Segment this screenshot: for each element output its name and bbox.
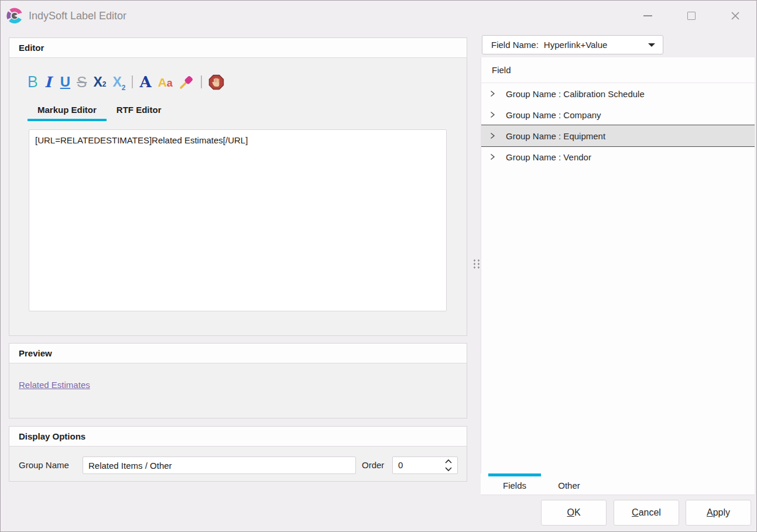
minimize-icon [643,15,652,16]
preview-hyperlink[interactable]: Related Estimates [19,380,90,390]
preview-panel-title: Preview [9,344,467,363]
splitter-handle[interactable] [472,258,480,269]
tree-row-equipment[interactable]: Group Name : Equipment [481,125,755,147]
minimize-button[interactable] [638,1,657,31]
order-stepper[interactable]: 0 [392,457,458,474]
tab-markup-editor[interactable]: Markup Editor [28,100,107,121]
indysoft-logo-icon [6,8,23,24]
field-list: Field Group Name : Calibration Schedule … [481,57,755,473]
tab-other[interactable]: Other [548,473,590,495]
ok-button[interactable]: OK [541,500,607,526]
indysoft-label-editor-window: IndySoft Label Editor Editor B I U S X2 … [0,0,757,532]
tab-fields[interactable]: Fields [488,473,541,495]
group-name-label: Group Name [19,460,69,470]
maximize-button[interactable] [681,1,701,31]
group-name-input[interactable] [83,457,356,474]
formatting-toolbar: B I U S X2 X2 A Aa [28,72,224,92]
field-name-dropdown-text: Field Name:Hyperlink+Value [491,36,607,54]
order-label: Order [362,460,384,470]
tree-row-vendor[interactable]: Group Name : Vendor [481,146,755,167]
display-options-panel-title: Display Options [9,427,467,447]
chevron-down-icon [444,466,453,472]
chevron-up-icon [444,459,453,464]
highlight-brush-icon[interactable] [179,74,194,90]
field-name-label: Field Name: [491,40,539,50]
editor-panel-title: Editor [9,38,467,58]
maximize-icon [687,12,696,20]
apply-button[interactable]: Apply [686,500,751,526]
editor-panel: Editor B I U S X2 X2 A Aa [9,37,467,336]
editor-tab-bar: Markup Editor RTF Editor [28,100,172,121]
bold-icon[interactable]: B [28,74,38,90]
stop-hand-icon[interactable] [208,74,224,90]
tab-rtf-editor[interactable]: RTF Editor [107,100,172,121]
font-icon[interactable]: A [139,74,151,90]
field-name-value: Hyperlink+Value [544,40,608,50]
chevron-right-icon [489,90,495,97]
chevron-right-icon [489,132,495,139]
preview-panel: Preview Related Estimates [9,343,467,418]
stepper-arrows[interactable] [444,459,453,472]
chevron-right-icon [489,153,495,160]
display-options-row: Group Name Order 0 [9,452,467,479]
italic-icon[interactable]: I [44,75,54,90]
cancel-button[interactable]: Cancel [614,500,679,526]
underline-icon[interactable]: U [60,75,70,89]
tree-row-calibration-schedule[interactable]: Group Name : Calibration Schedule [481,83,755,104]
field-name-dropdown[interactable]: Field Name:Hyperlink+Value [482,35,663,54]
title-bar: IndySoft Label Editor [1,1,756,31]
display-options-panel: Display Options Group Name Order 0 [9,426,467,482]
superscript-icon[interactable]: X2 [93,75,106,89]
toolbar-separator [132,75,133,88]
window-title: IndySoft Label Editor [29,1,126,31]
chevron-right-icon [489,111,495,118]
font-case-icon[interactable]: Aa [158,76,173,88]
strikethrough-icon[interactable]: S [77,74,87,90]
close-icon [731,11,740,20]
dropdown-arrow-icon [648,43,655,47]
tree-row-company[interactable]: Group Name : Company [481,104,755,125]
markup-textarea[interactable]: [URL=RELATEDESTIMATES]Related Estimates[… [29,129,447,311]
order-value: 0 [398,457,403,473]
close-button[interactable] [725,1,745,31]
subscript-icon[interactable]: X2 [112,75,125,89]
field-list-column-header: Field [481,57,755,83]
field-panel-tab-bar: Fields Other [481,473,755,495]
toolbar-separator [201,75,202,88]
